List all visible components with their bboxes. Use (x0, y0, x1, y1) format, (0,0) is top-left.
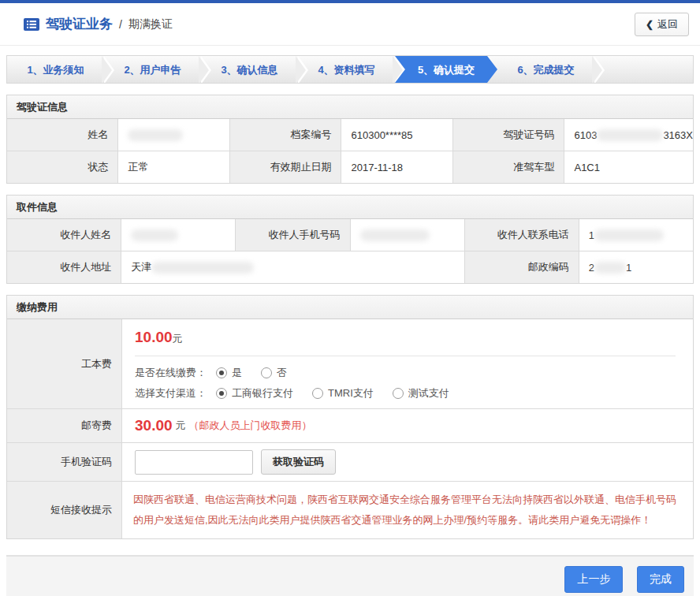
fees-table: 工本费 10.00元 是否在线缴费： 是 否 选择支付渠道： (7, 319, 693, 538)
license-info-title: 驾驶证信息 (7, 95, 693, 119)
redacted-recipient-phone (594, 229, 664, 241)
fees-title: 缴纳费用 (7, 296, 693, 319)
steps-filler (594, 56, 693, 83)
production-fee-label: 工本费 (7, 319, 121, 408)
production-fee-content: 10.00元 是否在线缴费： 是 否 选择支付渠道： 工商银行支付 (122, 319, 693, 408)
recipient-address-prefix: 天津 (131, 260, 151, 274)
recipient-mobile-value (351, 219, 464, 251)
back-button[interactable]: ❮ 返回 (635, 13, 689, 36)
step-2-user-declaration[interactable]: 2、用户申告 (104, 56, 201, 83)
step-4-fill-data[interactable]: 4、资料填写 (298, 56, 395, 83)
online-payment-no-label: 否 (277, 366, 287, 380)
valid-until-value: 2017-11-18 (341, 151, 452, 183)
list-icon (24, 18, 39, 31)
license-info-section: 驾驶证信息 姓名 档案编号 610300****85 驾驶证号码 6103 31… (6, 95, 694, 184)
production-fee-amount-line: 10.00元 (135, 329, 680, 346)
status-value: 正常 (118, 151, 229, 183)
step-5-confirm-submit[interactable]: 5、确认提交 (395, 56, 497, 83)
sms-code-content: 获取验证码 (122, 443, 693, 481)
pickup-info-table: 收件人姓名 收件人手机号码 收件人联系电话 1 收件人地址 天津 邮政编码 2 … (7, 219, 693, 283)
postal-code-value: 2 1 (579, 251, 693, 283)
license-no-value: 6103 3163X (564, 119, 693, 151)
radio-yes-icon[interactable] (216, 367, 227, 378)
fees-section: 缴纳费用 工本费 10.00元 是否在线缴费： 是 否 选择支付渠道： (6, 295, 694, 539)
redacted-recipient-name (131, 229, 178, 241)
status-label: 状态 (7, 151, 117, 183)
radio-test-icon[interactable] (393, 388, 404, 399)
back-button-label: 返回 (657, 17, 678, 32)
radio-tmri-icon[interactable] (312, 388, 323, 399)
payment-channel-question: 选择支付渠道： (135, 386, 207, 400)
postal-code-prefix: 2 (589, 262, 594, 274)
chevron-left-icon: ❮ (646, 19, 653, 30)
valid-until-label: 有效期止日期 (230, 151, 341, 183)
breadcrumb: 驾驶证业务 / 期满换证 (24, 15, 173, 33)
online-payment-question-row: 是否在线缴费： 是 否 (135, 366, 680, 380)
file-no-value: 610300****85 (341, 119, 452, 151)
redacted-name (128, 129, 183, 141)
recipient-phone-prefix: 1 (589, 229, 594, 241)
channel-icbc-option[interactable]: 工商银行支付 (216, 386, 293, 400)
recipient-phone-value: 1 (579, 219, 693, 251)
channel-test-label: 测试支付 (408, 386, 449, 400)
postage-fee-unit: 元 (176, 419, 186, 433)
postal-code-label: 邮政编码 (465, 251, 579, 283)
recipient-phone-label: 收件人联系电话 (465, 219, 579, 251)
step-1-business-notice[interactable]: 1、业务须知 (7, 56, 104, 83)
sms-notice-text: 因陕西省联通、电信运营商技术问题，陕西省互联网交通安全综合服务管理平台无法向持陕… (122, 482, 693, 538)
redacted-recipient-mobile (360, 229, 430, 241)
payment-channel-question-row: 选择支付渠道： 工商银行支付 TMRI支付 测试支付 (135, 386, 680, 400)
recipient-name-value (121, 219, 235, 251)
name-label: 姓名 (7, 119, 117, 151)
channel-icbc-label: 工商银行支付 (232, 386, 293, 400)
sms-notice-label: 短信接收提示 (7, 482, 121, 538)
pickup-info-section: 取件信息 收件人姓名 收件人手机号码 收件人联系电话 1 收件人地址 天津 邮政… (6, 195, 694, 284)
channel-tmri-option[interactable]: TMRI支付 (312, 386, 374, 400)
license-no-suffix: 3163X (663, 129, 693, 141)
postage-fee-note: （邮政人员上门收取费用） (189, 419, 312, 433)
breadcrumb-separator: / (119, 18, 122, 31)
vehicle-class-label: 准驾车型 (453, 151, 564, 183)
online-payment-no-option[interactable]: 否 (261, 366, 287, 380)
step-6-finish-submit[interactable]: 6、完成提交 (497, 56, 594, 83)
recipient-name-label: 收件人姓名 (7, 219, 121, 251)
postage-fee-content: 30.00元 （邮政人员上门收取费用） (122, 409, 693, 442)
recipient-address-label: 收件人地址 (7, 251, 121, 283)
production-fee-amount: 10.00 (135, 329, 173, 345)
prev-step-button[interactable]: 上一步 (564, 566, 623, 593)
license-info-table: 姓名 档案编号 610300****85 驾驶证号码 6103 3163X 状态… (7, 119, 693, 183)
page-header: 驾驶证业务 / 期满换证 ❮ 返回 (0, 3, 700, 46)
sms-code-input[interactable] (135, 450, 253, 475)
finish-button[interactable]: 完成 (637, 566, 684, 593)
page-subtitle: 期满换证 (128, 17, 173, 32)
name-value (118, 119, 229, 151)
get-sms-code-button[interactable]: 获取验证码 (261, 449, 336, 475)
page-title: 驾驶证业务 (46, 15, 113, 33)
recipient-address-value: 天津 (121, 251, 464, 283)
radio-no-icon[interactable] (261, 367, 272, 378)
vehicle-class-value: A1C1 (564, 151, 693, 183)
step-3-confirm-info[interactable]: 3、确认信息 (201, 56, 298, 83)
radio-icbc-icon[interactable] (216, 388, 227, 399)
redacted-postal-code (594, 262, 626, 274)
pickup-info-title: 取件信息 (7, 196, 693, 219)
postal-code-suffix: 1 (626, 262, 631, 274)
license-no-prefix: 6103 (574, 129, 597, 141)
online-payment-question: 是否在线缴费： (135, 366, 207, 380)
redacted-recipient-address (151, 262, 254, 274)
sms-code-label: 手机验证码 (7, 443, 121, 481)
postage-fee-label: 邮寄费 (7, 409, 121, 442)
channel-tmri-label: TMRI支付 (328, 386, 374, 400)
file-no-label: 档案编号 (230, 119, 341, 151)
online-payment-yes-label: 是 (232, 366, 242, 380)
redacted-license-no (597, 129, 663, 141)
recipient-mobile-label: 收件人手机号码 (236, 219, 349, 251)
license-no-label: 驾驶证号码 (453, 119, 564, 151)
fee-divider (135, 356, 676, 356)
footer-action-bar: 上一步 完成 (6, 555, 694, 596)
postage-fee-amount: 30.00 (135, 417, 173, 434)
production-fee-unit: 元 (173, 333, 183, 345)
channel-test-option[interactable]: 测试支付 (393, 386, 449, 400)
wizard-steps: 1、业务须知 2、用户申告 3、确认信息 4、资料填写 5、确认提交 6、完成提… (6, 55, 694, 84)
online-payment-yes-option[interactable]: 是 (216, 366, 242, 380)
